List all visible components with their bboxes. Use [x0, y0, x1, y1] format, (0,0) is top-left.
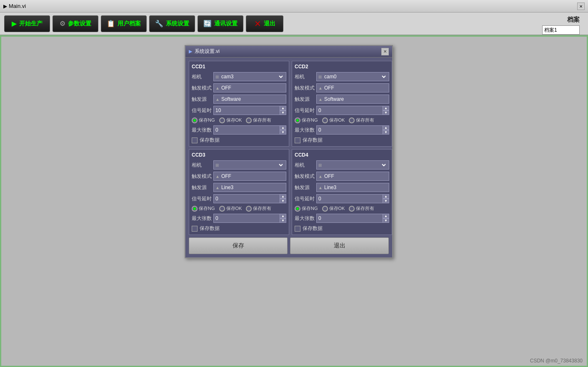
ccd4-camera-dropdown[interactable]: cam0 cam1 cam2 cam3	[323, 162, 387, 168]
ccd4-save-ng-radio[interactable]: 保存NG	[295, 205, 318, 212]
title-bar: ▶ Main.vi ✕	[0, 0, 588, 12]
ccd4-max-count-label: 最大张数	[295, 215, 315, 222]
ccd3-signal-delay-input[interactable]	[213, 194, 280, 203]
dangan-label: 档案	[567, 16, 580, 24]
ccd4-max-count-btns: ▲ ▼	[383, 214, 389, 223]
dialog-close-button[interactable]: ✕	[381, 48, 389, 55]
dialog-exit-button[interactable]: 退出	[290, 237, 389, 254]
ccd3-save-all-radio[interactable]: 保存所有	[246, 205, 271, 212]
ccd1-save-ng-radio[interactable]: 保存NG	[192, 117, 215, 123]
system-settings-dialog: ▶ 系统设置.vi ✕ CCD1 相机 ⊞ cam3	[185, 45, 393, 258]
title-close-button[interactable]: ✕	[577, 2, 585, 10]
ccd2-max-count-input[interactable]	[316, 125, 383, 135]
ccd3-trigger-mode-up[interactable]: ▲	[215, 174, 220, 179]
ccd4-signal-delay-input[interactable]	[316, 194, 383, 203]
ccd4-trigger-mode-row: 触发模式 ▲ OFF	[295, 172, 389, 181]
ccd3-signal-delay-label: 信号延时	[192, 195, 212, 202]
ccd2-camera-dropdown[interactable]: cam0 cam1 cam2 cam3	[323, 73, 387, 80]
ccd2-save-all-radio[interactable]: 保存所有	[349, 117, 374, 123]
ccd1-max-count-spinner: ▲ ▼	[213, 125, 286, 135]
ccd2-save-ok-radio[interactable]: 保存OK	[322, 117, 345, 123]
ccd3-max-count-up[interactable]: ▲	[280, 214, 286, 218]
ccd3-save-ng-radio[interactable]: 保存NG	[192, 205, 215, 212]
ccd3-trigger-mode-field: ▲ OFF	[213, 172, 286, 181]
ccd3-trigger-source-row: 触发源 ▲ Line3	[192, 183, 286, 192]
system-settings-button[interactable]: 🔧 系统设置	[149, 15, 195, 32]
ccd1-trigger-source-up[interactable]: ▲	[215, 97, 220, 102]
wrench-icon: 🔧	[155, 20, 163, 27]
ccd2-camera-select[interactable]: ⊞ cam0 cam1 cam2 cam3	[316, 72, 389, 81]
ccd1-trigger-mode-field: ▲ OFF	[213, 83, 286, 92]
ccd1-save-data-label: 保存数据	[200, 137, 220, 144]
ccd3-max-count-input[interactable]	[213, 214, 280, 223]
ccd2-select-icon: ⊞	[318, 75, 322, 79]
ccd2-trigger-source-value: Software	[324, 96, 344, 102]
comms-settings-button[interactable]: 🔄 通讯设置	[198, 15, 243, 32]
ccd2-trigger-source-up[interactable]: ▲	[318, 97, 323, 102]
ccd1-panel: CCD1 相机 ⊞ cam3 cam0 cam1 cam2	[189, 61, 289, 147]
ccd1-camera-dropdown[interactable]: cam3 cam0 cam1 cam2	[220, 73, 284, 80]
ccd1-save-all-radio[interactable]: 保存所有	[246, 117, 271, 123]
exit-button[interactable]: ✕ 退出	[246, 15, 283, 32]
ccd2-max-count-up[interactable]: ▲	[383, 125, 389, 130]
ccd3-camera-dropdown[interactable]: cam0 cam1 cam2 cam3	[220, 162, 284, 168]
ccd4-max-count-spinner: ▲ ▼	[316, 214, 389, 223]
system-btn-label: 系统设置	[166, 20, 189, 27]
dialog-bottom-buttons: 保存 退出	[189, 237, 389, 254]
ccd4-max-count-input[interactable]	[316, 214, 383, 223]
ccd3-trigger-source-up[interactable]: ▲	[215, 185, 220, 190]
ccd1-save-ok-radio[interactable]: 保存OK	[219, 117, 242, 123]
ccd1-max-count-input[interactable]	[213, 125, 280, 135]
ccd2-signal-delay-input[interactable]	[316, 106, 383, 115]
ccd1-save-data-checkbox[interactable]	[192, 137, 198, 143]
ccd2-trigger-mode-row: 触发模式 ▲ OFF	[295, 83, 389, 92]
ccd1-signal-delay-up[interactable]: ▲	[280, 106, 286, 110]
ccd1-title: CCD1	[192, 64, 286, 70]
ccd4-trigger-source-up[interactable]: ▲	[318, 185, 323, 190]
ccd4-save-data-checkbox[interactable]	[295, 226, 300, 232]
ccd3-camera-select[interactable]: ⊞ cam0 cam1 cam2 cam3	[213, 160, 286, 170]
ccd3-signal-delay-down[interactable]: ▼	[280, 199, 286, 203]
ccd3-save-data-checkbox[interactable]	[192, 226, 198, 232]
ccd1-save-all-circle	[246, 117, 252, 123]
ccd2-save-ng-radio[interactable]: 保存NG	[295, 117, 318, 123]
user-files-button[interactable]: 📋 用户档案	[101, 15, 147, 32]
ccd4-camera-select[interactable]: ⊞ cam0 cam1 cam2 cam3	[316, 160, 389, 170]
ccd4-max-count-down[interactable]: ▼	[383, 218, 389, 223]
save-button[interactable]: 保存	[189, 237, 288, 254]
dialog-title-text: 系统设置.vi	[195, 48, 379, 55]
ccd1-save-ng-circle	[192, 117, 198, 123]
comms-icon: 🔄	[203, 20, 212, 27]
ccd3-save-ok-radio[interactable]: 保存OK	[219, 205, 242, 212]
ccd2-max-count-down[interactable]: ▼	[383, 130, 389, 135]
params-settings-button[interactable]: ⚙ 参数设置	[53, 15, 98, 32]
ccd4-signal-delay-down[interactable]: ▼	[383, 199, 389, 203]
ccd4-save-ok-radio[interactable]: 保存OK	[322, 205, 345, 212]
ccd4-trigger-mode-up[interactable]: ▲	[318, 174, 323, 179]
params-btn-label: 参数设置	[68, 20, 91, 27]
toolbar: ▶ 开始生产 ⚙ 参数设置 📋 用户档案 🔧 系统设置 🔄 通讯设置 ✕ 退出 …	[0, 12, 588, 35]
ccd1-camera-select[interactable]: ⊞ cam3 cam0 cam1 cam2	[213, 72, 286, 81]
ccd1-signal-delay-down[interactable]: ▼	[280, 110, 286, 115]
ccd1-max-count-down[interactable]: ▼	[280, 130, 286, 135]
ccd3-max-count-label: 最大张数	[192, 215, 212, 222]
ccd3-max-count-down[interactable]: ▼	[280, 218, 286, 223]
ccd4-save-all-radio[interactable]: 保存所有	[349, 205, 374, 212]
ccd3-max-count-spinner: ▲ ▼	[213, 214, 286, 223]
ccd3-signal-delay-up[interactable]: ▲	[280, 194, 286, 199]
ccd1-trigger-mode-up[interactable]: ▲	[215, 86, 220, 90]
dangan-input[interactable]	[542, 25, 580, 35]
ccd2-save-data-checkbox[interactable]	[295, 137, 300, 143]
ccd3-camera-label: 相机	[192, 162, 212, 169]
start-production-button[interactable]: ▶ 开始生产	[4, 15, 50, 32]
ccd2-trigger-mode-up[interactable]: ▲	[318, 86, 323, 90]
ccd2-signal-delay-up[interactable]: ▲	[383, 106, 389, 110]
ccd1-signal-delay-input[interactable]	[213, 106, 280, 115]
ccd4-max-count-up[interactable]: ▲	[383, 214, 389, 218]
ccd2-signal-delay-down[interactable]: ▼	[383, 110, 389, 115]
ccd4-signal-delay-spinner: ▲ ▼	[316, 194, 389, 203]
title-text: Main.vi	[9, 3, 26, 9]
ccd4-signal-delay-up[interactable]: ▲	[383, 194, 389, 199]
ccd2-save-all-label: 保存所有	[356, 117, 374, 123]
ccd1-max-count-up[interactable]: ▲	[280, 125, 286, 130]
